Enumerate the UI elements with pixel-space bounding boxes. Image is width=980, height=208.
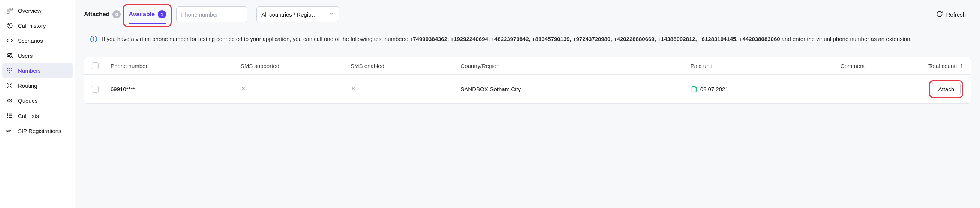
svg-point-15 [7, 114, 8, 115]
sidebar-item-label: Overview [18, 8, 41, 14]
sip-icon: SIP [6, 127, 13, 134]
col-phone: Phone number [108, 63, 238, 69]
highlight-annotation: Attach [929, 80, 963, 98]
total-count-label: Total count: [928, 63, 957, 69]
sidebar-item-label: Call lists [18, 113, 39, 119]
phone-number-input[interactable] [176, 6, 247, 22]
country-select[interactable]: All countries / Regio… [256, 6, 339, 22]
sidebar-item-sip-registrations[interactable]: SIP SIP Registrations [0, 123, 75, 138]
numbers-table: Phone number SMS supported SMS enabled C… [84, 57, 971, 104]
code-icon [6, 37, 13, 44]
refresh-label: Refresh [946, 11, 966, 18]
sidebar-item-scenarios[interactable]: Scenarios [0, 33, 75, 48]
svg-point-6 [10, 68, 11, 69]
svg-point-16 [7, 115, 8, 116]
svg-point-8 [7, 70, 8, 71]
info-icon [90, 35, 97, 45]
sidebar: Overview Call history Scenarios Users Nu… [0, 0, 75, 208]
tab-badge: 1 [158, 10, 166, 18]
paid-until-value: 08.07.2021 [700, 86, 729, 92]
toolbar: Attached 0 Available 1 All countries / R… [84, 6, 971, 22]
tab-attached[interactable]: Attached 0 [84, 7, 121, 21]
select-all-checkbox[interactable] [92, 62, 99, 69]
sidebar-item-label: Users [18, 53, 33, 59]
sidebar-item-label: Queues [18, 98, 38, 104]
dialpad-icon [6, 67, 13, 74]
info-text-before: If you have a virtual phone number for t… [102, 36, 410, 42]
sidebar-item-label: SIP Registrations [18, 128, 62, 134]
info-banner: If you have a virtual phone number for t… [84, 30, 971, 50]
highlight-annotation: Available 1 [123, 4, 172, 27]
info-numbers: +74999384362, +19292240694, +48223970842… [410, 36, 780, 42]
table-row: 69910**** SANDBOX,Gotham City 08.07.2021… [84, 75, 970, 103]
svg-rect-2 [7, 11, 9, 13]
svg-point-17 [7, 117, 8, 118]
cell-action: Attach [917, 80, 966, 98]
col-comment: Comment [838, 63, 917, 69]
sidebar-item-call-lists[interactable]: Call lists [0, 108, 75, 123]
svg-point-5 [7, 68, 8, 69]
total-count-value: 1 [960, 63, 963, 69]
svg-rect-0 [7, 8, 9, 10]
spinner-icon [690, 86, 697, 93]
col-paid-until: Paid until [687, 63, 838, 69]
svg-text:SIP: SIP [6, 129, 11, 133]
sidebar-item-label: Numbers [18, 67, 41, 74]
svg-point-3 [8, 53, 10, 56]
routing-icon [6, 82, 13, 90]
svg-point-4 [11, 53, 13, 55]
col-sms-supported: SMS supported [238, 63, 348, 69]
tab-label: Available [129, 11, 155, 18]
chevron-down-icon [329, 11, 334, 18]
refresh-button[interactable]: Refresh [931, 8, 971, 21]
col-sms-enabled: SMS enabled [348, 63, 457, 69]
refresh-icon [936, 11, 943, 18]
list-icon [6, 112, 13, 119]
svg-point-9 [10, 70, 11, 71]
svg-point-10 [11, 70, 13, 71]
svg-rect-1 [11, 8, 13, 10]
sidebar-item-queues[interactable]: Queues [0, 93, 75, 108]
x-icon [350, 86, 356, 92]
row-checkbox[interactable] [92, 86, 99, 93]
cell-sms-enabled [348, 86, 457, 92]
sidebar-item-label: Call history [18, 22, 46, 29]
dashboard-icon [6, 7, 13, 14]
tab-badge: 0 [113, 10, 121, 18]
sidebar-item-call-history[interactable]: Call history [0, 18, 75, 33]
tab-available[interactable]: Available 1 [129, 7, 166, 21]
col-total-count: Total count: 1 [917, 63, 966, 69]
sidebar-item-label: Scenarios [18, 38, 43, 44]
main-content: Attached 0 Available 1 All countries / R… [75, 0, 980, 208]
cell-phone: 69910**** [108, 86, 238, 92]
sidebar-item-routing[interactable]: Routing [0, 78, 75, 93]
sidebar-item-users[interactable]: Users [0, 48, 75, 63]
sidebar-item-overview[interactable]: Overview [0, 3, 75, 18]
history-icon [6, 22, 13, 29]
tab-label: Attached [84, 11, 110, 18]
col-country: Country/Region [457, 63, 687, 69]
svg-point-21 [93, 37, 94, 38]
info-text-after: and enter the virtual phone number as an… [782, 36, 912, 42]
select-value: All countries / Regio… [261, 11, 317, 18]
cell-paid-until: 08.07.2021 [687, 86, 838, 93]
attach-button[interactable]: Attach [932, 83, 961, 95]
sidebar-item-label: Routing [18, 83, 38, 89]
info-text: If you have a virtual phone number for t… [102, 35, 912, 45]
cell-country: SANDBOX,Gotham City [457, 86, 687, 92]
cell-sms-supported [238, 86, 348, 92]
table-header-row: Phone number SMS supported SMS enabled C… [84, 57, 970, 75]
sidebar-item-numbers[interactable]: Numbers [2, 63, 73, 78]
svg-point-7 [11, 68, 13, 69]
svg-point-11 [10, 72, 11, 73]
users-icon [6, 52, 13, 59]
tabs: Attached 0 Available 1 [84, 6, 167, 22]
queues-icon [6, 97, 13, 104]
x-icon [241, 86, 246, 92]
